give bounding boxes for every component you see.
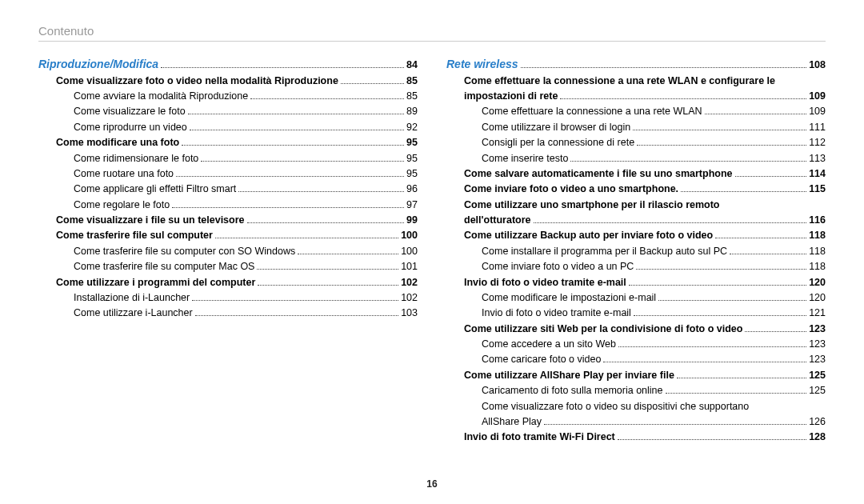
toc-leader [201, 161, 404, 162]
toc-entry[interactable]: Come modificare una foto 95 [38, 135, 418, 150]
toc-page: 109 [809, 104, 826, 119]
toc-entry-label: Come caricare foto o video [482, 352, 601, 367]
toc-page: 101 [401, 259, 418, 274]
toc-leader [637, 145, 806, 146]
toc-entry[interactable]: Invio di foto o video tramite e-mail 120 [446, 275, 826, 290]
toc-page: 95 [406, 135, 418, 150]
toc-entry[interactable]: Caricamento di foto sulla memoria online… [446, 383, 826, 398]
toc-entry[interactable]: Come inviare foto o video a uno smartpho… [446, 182, 826, 197]
toc-entry[interactable]: Come caricare foto o video 123 [446, 352, 826, 367]
toc-page: 108 [809, 58, 826, 73]
toc-entry[interactable]: Come avviare la modalità Riproduzione 85 [38, 89, 418, 104]
toc-leader [745, 331, 806, 332]
toc-entry[interactable]: Come riprodurre un video 92 [38, 120, 418, 135]
header-rule [38, 41, 826, 42]
toc-entry-label: Come utilizzare il browser di login [482, 120, 630, 135]
toc-entry[interactable]: Come utilizzare AllShare Play per inviar… [446, 368, 826, 383]
toc-section-row[interactable]: Rete wireless108 [446, 56, 826, 74]
toc-leader [192, 300, 398, 301]
toc-entry[interactable]: Come visualizzare i file su un televisor… [38, 213, 418, 228]
toc-entry[interactable]: Come utilizzare i programmi del computer… [38, 275, 418, 290]
toc-entry[interactable]: Come utilizzare uno smartphone per il ri… [446, 198, 826, 213]
toc-entry[interactable]: Come inviare foto o video a un PC 118 [446, 259, 826, 274]
toc-page: 96 [406, 182, 418, 197]
toc-entry[interactable]: Come regolare le foto 97 [38, 198, 418, 213]
toc-leader [658, 300, 806, 301]
toc-entry[interactable]: Come utilizzare il browser di login 111 [446, 120, 826, 135]
toc-leader [250, 98, 404, 99]
toc-entry-label: Consigli per la connessione di rete [482, 135, 634, 150]
toc-entry[interactable]: Come utilizzare siti Web per la condivis… [446, 322, 826, 337]
toc-entry[interactable]: Come ruotare una foto 95 [38, 166, 418, 182]
toc-page: 118 [809, 259, 826, 274]
toc-leader [534, 222, 807, 223]
toc-leader [298, 254, 398, 254]
toc-entry-label: AllShare Play [482, 414, 542, 430]
toc-page: 100 [401, 228, 418, 243]
toc-entry-label: Come utilizzare i-Launcher [74, 306, 193, 321]
toc-entry[interactable]: Come visualizzare foto o video su dispos… [446, 399, 826, 414]
toc-leader [188, 114, 404, 114]
toc-entry[interactable]: Installazione di i-Launcher 102 [38, 290, 418, 306]
toc-entry[interactable]: Come accedere a un sito Web 123 [446, 337, 826, 352]
toc-section-title: Riproduzione/Modifica [38, 56, 158, 74]
toc-entry[interactable]: Come utilizzare Backup auto per inviare … [446, 228, 826, 243]
toc-page: 102 [401, 275, 418, 290]
toc-page: 125 [809, 368, 826, 383]
toc-leader [618, 439, 806, 440]
toc-page: 109 [809, 89, 826, 104]
toc-page: 85 [406, 74, 418, 89]
toc-leader [636, 269, 806, 270]
toc-entry[interactable]: Come trasferire file su computer Mac OS … [38, 259, 418, 274]
toc-entry[interactable]: Come effettuare la connessione a una ret… [446, 74, 826, 89]
toc-entry[interactable]: Come trasferire file su computer con SO … [38, 244, 418, 259]
toc-column-left: Riproduzione/Modifica84Come visualizzare… [38, 56, 418, 446]
toc-entry-label: Come ridimensionare le foto [74, 151, 198, 166]
toc-entry[interactable]: Come ridimensionare le foto 95 [38, 151, 418, 166]
toc-entry[interactable]: Come salvare automaticamente i file su u… [446, 166, 826, 182]
toc-leader [629, 285, 806, 286]
toc-entry-label: Come trasferire file sul computer [56, 228, 213, 243]
toc-entry[interactable]: Come modificare le impostazioni e-mail 1… [446, 290, 826, 306]
toc-entry-label: Invio di foto o video tramite e-mail [464, 275, 626, 290]
toc-entry-label: Come utilizzare Backup auto per inviare … [464, 228, 713, 243]
toc-entry[interactable]: Come utilizzare i-Launcher 103 [38, 306, 418, 321]
toc-entry[interactable]: Come visualizzare foto o video nella mod… [38, 74, 418, 89]
toc-entry-label: Invio di foto o video tramite e-mail [482, 306, 631, 321]
toc-leader [677, 378, 806, 378]
toc-entry[interactable]: Come trasferire file sul computer 100 [38, 228, 418, 243]
toc-entry[interactable]: Come inserire testo 113 [446, 151, 826, 166]
toc-entry-label: Come modificare le impostazioni e-mail [482, 290, 656, 306]
toc-entry[interactable]: Consigli per la connessione di rete 112 [446, 135, 826, 150]
toc-leader [705, 114, 807, 114]
toc-entry-label: Come inviare foto o video a un PC [482, 259, 634, 274]
toc-leader [176, 176, 404, 177]
toc-page: 123 [809, 337, 826, 352]
toc-entry-label: Come inviare foto o video a uno smartpho… [464, 182, 678, 197]
toc-entry-label: Come riprodurre un video [74, 120, 187, 135]
toc-page: 126 [809, 414, 826, 430]
toc-entry[interactable]: impostazioni di rete 109 [446, 89, 826, 104]
toc-page: 99 [406, 213, 418, 228]
toc-entry[interactable]: Come effettuare la connessione a una ret… [446, 104, 826, 119]
page-number: 16 [0, 478, 864, 490]
toc-leader [681, 191, 806, 192]
toc-entry[interactable]: AllShare Play 126 [446, 414, 826, 430]
toc-entry[interactable]: Come applicare gli effetti Filtro smart … [38, 182, 418, 197]
toc-section-row[interactable]: Riproduzione/Modifica84 [38, 56, 418, 74]
toc-entry[interactable]: Invio di foto tramite Wi-Fi Direct 128 [446, 430, 826, 445]
toc-entry[interactable]: Come visualizzare le foto 89 [38, 104, 418, 119]
toc-entry-label: Come regolare le foto [74, 198, 170, 213]
toc-entry-label: Come visualizzare foto o video nella mod… [56, 74, 338, 89]
toc-entry[interactable]: Invio di foto o video tramite e-mail 121 [446, 306, 826, 321]
toc-leader [521, 67, 807, 68]
toc-leader [634, 315, 806, 316]
toc-page: 120 [809, 275, 826, 290]
toc-entry[interactable]: dell'otturatore 116 [446, 213, 826, 228]
toc-page: 116 [809, 213, 826, 228]
toc-page: 120 [809, 290, 826, 306]
toc-entry[interactable]: Come installare il programma per il Back… [446, 244, 826, 259]
toc-leader [735, 176, 807, 177]
toc-entry-label: Come applicare gli effetti Filtro smart [74, 182, 236, 197]
toc-entry-label: Come ruotare una foto [74, 166, 174, 182]
